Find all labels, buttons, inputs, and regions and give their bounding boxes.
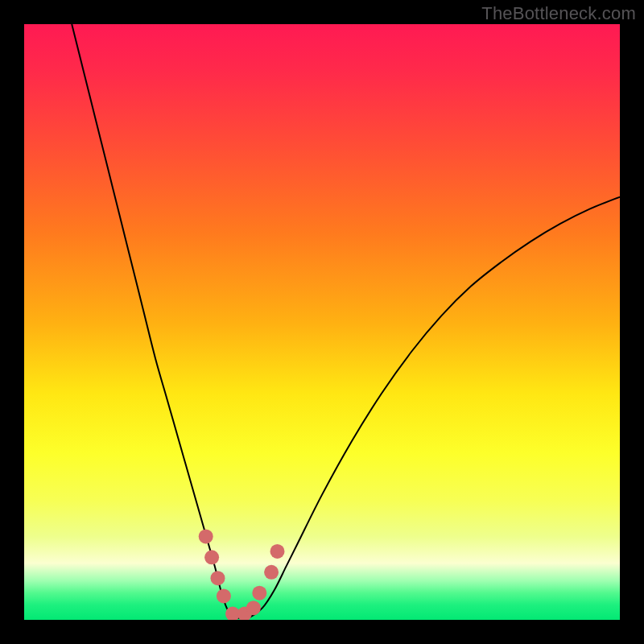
marker-dot	[270, 544, 285, 559]
highlight-markers	[199, 529, 285, 620]
chart-frame: TheBottleneck.com	[0, 0, 644, 644]
marker-dot	[199, 529, 213, 543]
watermark-label: TheBottleneck.com	[481, 3, 636, 24]
bottleneck-curve	[72, 24, 620, 618]
marker-dot	[246, 601, 261, 615]
marker-dot	[211, 571, 225, 585]
plot-area	[24, 24, 620, 620]
marker-dot	[264, 565, 279, 580]
marker-dot	[252, 586, 266, 601]
curve-layer	[24, 24, 620, 620]
marker-dot	[204, 550, 219, 564]
marker-dot	[217, 588, 231, 603]
